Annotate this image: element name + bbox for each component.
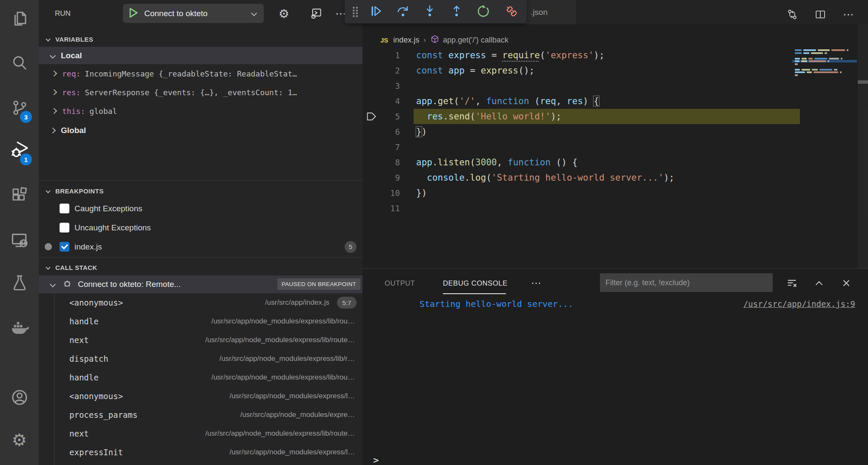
- activity-bar-item-settings[interactable]: ⚙: [0, 423, 39, 457]
- code-line[interactable]: 9 console.log('Starting hello-world serv…: [363, 170, 856, 185]
- disconnect-icon: [505, 4, 518, 20]
- search-icon: [11, 54, 29, 74]
- scrollbar-marker: [858, 80, 868, 84]
- breakpoint-row[interactable]: index.js5: [39, 237, 363, 256]
- code-line[interactable]: 11: [363, 201, 856, 216]
- start-debug-icon[interactable]: [129, 8, 138, 20]
- minimap-token: [795, 71, 805, 73]
- code-line[interactable]: 7: [363, 139, 856, 155]
- tab-debug-console[interactable]: DEBUG CONSOLE: [443, 275, 508, 292]
- code-line[interactable]: 2const app = express();: [363, 63, 856, 78]
- variables-header-label: VARIABLES: [55, 36, 93, 43]
- variable-row[interactable]: res:ServerResponse {_events: {…}, _event…: [39, 83, 363, 102]
- editor-scrollbar[interactable]: [858, 24, 868, 268]
- code-token: {: [572, 157, 578, 167]
- activity-bar-item-accounts[interactable]: [0, 381, 39, 415]
- checkbox-unchecked[interactable]: [60, 223, 69, 232]
- step-over-button[interactable]: [396, 5, 410, 19]
- code-token: (: [470, 111, 475, 122]
- breakpoint-row[interactable]: Caught Exceptions: [39, 199, 363, 218]
- stack-frame-row[interactable]: handle/usr/src/app/node_modules/express/…: [39, 368, 363, 387]
- code-line[interactable]: 6}): [363, 124, 856, 139]
- variable-row[interactable]: this:global: [39, 102, 363, 120]
- close-panel-icon[interactable]: [839, 275, 854, 291]
- code-line[interactable]: 10}): [363, 185, 856, 201]
- clear-console-icon[interactable]: [784, 275, 799, 291]
- activity-bar-item-docker[interactable]: [0, 312, 39, 346]
- code-line[interactable]: 5 res.send('Hello world!');: [363, 109, 856, 124]
- stack-frame-row[interactable]: handle/usr/src/app/node_modules/express/…: [39, 312, 363, 331]
- stack-frame-row[interactable]: <anonymous>/usr/src/app/node_modules/exp…: [39, 387, 363, 405]
- continue-button[interactable]: [368, 5, 383, 19]
- stack-frame-row[interactable]: process_params/usr/src/app/node_modules/…: [39, 405, 363, 424]
- checkbox-unchecked[interactable]: [60, 204, 69, 213]
- stack-frame-row[interactable]: dispatch/usr/src/app/node_modules/expres…: [39, 349, 363, 368]
- code-line[interactable]: 1const express = require('express');: [363, 48, 856, 63]
- code-token: req: [540, 96, 556, 106]
- tab-json[interactable]: .json: [526, 0, 576, 24]
- variables-section-header[interactable]: VARIABLES: [39, 31, 363, 47]
- debug-console-icon[interactable]: [307, 0, 326, 27]
- frame-name: <anonymous>: [69, 298, 123, 307]
- tab-output[interactable]: OUTPUT: [385, 275, 415, 292]
- panel-more-actions-icon[interactable]: ⋯: [528, 275, 545, 292]
- minimap-token: [829, 58, 839, 60]
- editor-more-actions-icon[interactable]: ⋯: [841, 7, 856, 22]
- variable-value: IncomingMessage {_readableState: Readabl…: [85, 69, 297, 78]
- checkbox-checked[interactable]: [60, 242, 69, 252]
- activity-bar-item-testing[interactable]: [0, 267, 39, 301]
- breadcrumb-file[interactable]: index.js: [393, 36, 419, 45]
- minimap-token: [801, 60, 807, 62]
- stack-frame-row[interactable]: <anonymous>/usr/src/app/index.js5:7: [39, 293, 363, 312]
- frame-path: /usr/src/app/node_modules/express/lib/ro…: [106, 317, 355, 326]
- code-text: const app = express();: [416, 63, 534, 78]
- activity-bar-item-source-control[interactable]: 3: [0, 91, 39, 125]
- open-changes-icon[interactable]: [785, 7, 800, 22]
- call-stack-section-header[interactable]: CALL STACK: [39, 259, 363, 275]
- chevron-down-icon: [50, 281, 56, 287]
- launch-config-dropdown[interactable]: Connect to okteto: [123, 4, 264, 23]
- code-token: 'express': [545, 50, 594, 60]
- debug-session-row[interactable]: Connect to okteto: Remote... PAUSED ON B…: [39, 275, 363, 293]
- activity-bar-item-search[interactable]: [0, 47, 39, 81]
- breakpoints-section-header[interactable]: BREAKPOINTS: [39, 183, 363, 199]
- activity-bar-item-remote-explorer[interactable]: [0, 224, 39, 258]
- activity-bar-item-extensions[interactable]: [0, 179, 39, 213]
- code-token: ): [583, 96, 594, 106]
- maximize-panel-icon[interactable]: [811, 275, 827, 291]
- console-source-link[interactable]: /usr/src/app/index.js:9: [743, 297, 855, 311]
- code-line[interactable]: 8app.listen(3000, function () {: [363, 155, 856, 170]
- console-filter-input[interactable]: [600, 273, 773, 292]
- toolbar-drag-grip[interactable]: [348, 5, 363, 19]
- debug-session-label: Connect to okteto: Remote...: [78, 280, 181, 289]
- disconnect-button[interactable]: [504, 5, 519, 19]
- stack-frame-row[interactable]: next/usr/src/app/node_modules/express/li…: [39, 331, 363, 349]
- breadcrumb-symbol[interactable]: app.get('/') callback: [443, 36, 508, 45]
- line-number: 1: [375, 48, 400, 63]
- breakpoint-row[interactable]: Uncaught Exceptions: [39, 218, 363, 237]
- minimap-token: [847, 49, 848, 51]
- section-divider: [39, 257, 363, 258]
- split-editor-icon[interactable]: [813, 7, 828, 22]
- minimap-line: [795, 55, 855, 57]
- frame-name: next: [69, 335, 89, 345]
- stack-frame-row[interactable]: next/usr/src/app/node_modules/express/li…: [39, 424, 363, 443]
- restart-button[interactable]: [477, 5, 491, 19]
- sidebar-toolbar: RUN Connect to okteto ⚙ ⋯: [39, 0, 363, 27]
- frame-name: dispatch: [69, 354, 108, 363]
- variable-row[interactable]: req:IncomingMessage {_readableState: Rea…: [39, 64, 363, 83]
- scope-local-row[interactable]: Local: [39, 47, 363, 64]
- activity-bar-item-run-and-debug[interactable]: 1: [0, 134, 39, 168]
- debug-settings-gear-icon[interactable]: ⚙: [274, 0, 293, 27]
- stack-frame-row[interactable]: expressInit/usr/src/app/node_modules/exp…: [39, 443, 363, 462]
- scope-global-row[interactable]: Global: [39, 122, 363, 139]
- minimap[interactable]: [795, 49, 855, 80]
- code-line[interactable]: 3: [363, 78, 856, 94]
- repl-prompt[interactable]: >: [373, 455, 379, 465]
- step-out-button[interactable]: [449, 5, 464, 19]
- code-view[interactable]: 1const express = require('express');2con…: [363, 48, 856, 216]
- code-line[interactable]: 4app.get('/', function (req, res) {: [363, 94, 856, 109]
- activity-bar-item-explorer[interactable]: [0, 2, 39, 36]
- step-into-button[interactable]: [423, 5, 437, 19]
- explorer-icon: [11, 9, 29, 29]
